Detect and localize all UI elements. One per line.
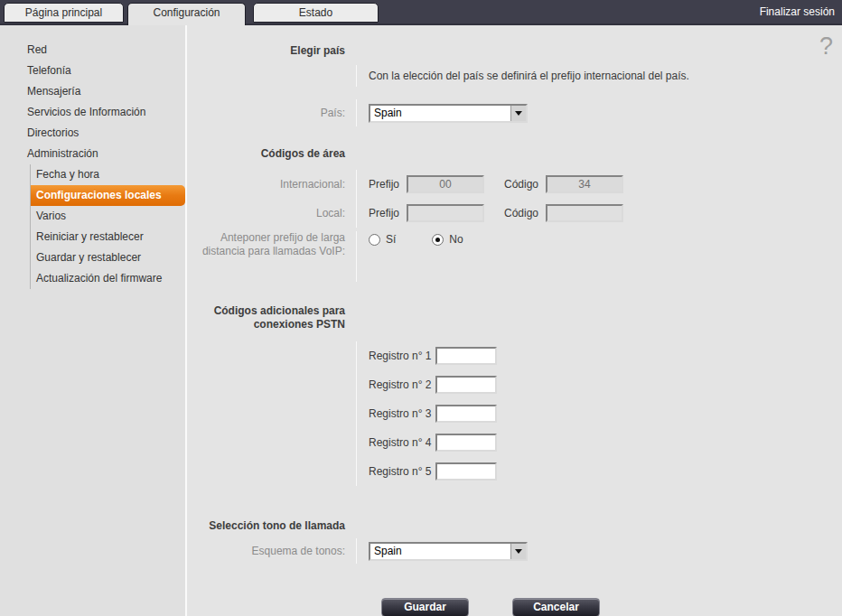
tab-estado[interactable]: Estado bbox=[253, 3, 379, 23]
registro-5-label: Registro n° 5 bbox=[369, 465, 432, 478]
local-label: Local: bbox=[187, 207, 356, 220]
chevron-down-icon[interactable] bbox=[510, 544, 526, 559]
radio-checked-icon[interactable] bbox=[432, 234, 444, 246]
radio-no-label: No bbox=[449, 233, 463, 246]
international-label: Internacional: bbox=[187, 178, 356, 191]
tab-pagina-principal[interactable]: Página principal bbox=[4, 3, 124, 23]
registro-5-input[interactable] bbox=[435, 462, 497, 481]
sidebar-item-fecha-y-hora[interactable]: Fecha y hora bbox=[31, 164, 185, 185]
radio-voip-no[interactable]: No bbox=[432, 233, 463, 246]
radio-si-label: Sí bbox=[386, 233, 396, 246]
intl-code-input bbox=[546, 175, 623, 193]
local-prefix-input[interactable] bbox=[407, 204, 484, 222]
cancel-button[interactable]: Cancelar bbox=[512, 598, 600, 616]
sidebar-item-reiniciar[interactable]: Reiniciar y restablecer bbox=[31, 227, 185, 247]
save-button[interactable]: Guardar bbox=[381, 598, 469, 616]
sidebar-item-actualizacion-firmware[interactable]: Actualización del firmware bbox=[31, 268, 185, 289]
intl-prefix-input bbox=[407, 175, 484, 193]
tab-configuracion[interactable]: Configuración bbox=[127, 3, 246, 25]
registro-2-input[interactable] bbox=[435, 376, 497, 394]
sidebar-item-red[interactable]: Red bbox=[0, 40, 185, 61]
top-tab-bar: Página principal Configuración Estado Fi… bbox=[0, 0, 842, 25]
country-select[interactable]: Spain bbox=[369, 104, 528, 123]
app-window: Página principal Configuración Estado Fi… bbox=[0, 0, 842, 616]
section-title-pstn: Códigos adicionales para conexiones PSTN bbox=[187, 304, 356, 331]
radio-voip-si[interactable]: Sí bbox=[369, 233, 396, 246]
registro-1-input[interactable] bbox=[435, 347, 497, 365]
radio-unchecked-icon[interactable] bbox=[369, 234, 380, 246]
sidebar-item-telefonia[interactable]: Telefonía bbox=[0, 61, 185, 81]
chevron-down-icon[interactable] bbox=[510, 106, 526, 121]
tone-scheme-label: Esquema de tonos: bbox=[187, 545, 356, 558]
help-icon[interactable]: ? bbox=[819, 34, 833, 58]
sidebar-item-servicios[interactable]: Servicios de Información bbox=[0, 102, 185, 123]
section-title-codigos-de-area: Códigos de área bbox=[187, 147, 356, 161]
sidebar-admin-submenu: Fecha y hora Configuraciones locales Var… bbox=[30, 164, 185, 289]
registro-1-label: Registro n° 1 bbox=[369, 350, 432, 362]
tone-scheme-select[interactable]: Spain bbox=[369, 542, 528, 561]
registro-4-input[interactable] bbox=[435, 434, 497, 452]
registro-3-label: Registro n° 3 bbox=[369, 407, 432, 420]
voip-prefix-label: Anteponer prefijo de larga distancia par… bbox=[187, 231, 356, 258]
registro-4-label: Registro n° 4 bbox=[369, 436, 432, 449]
section-title-tono-llamada: Selección tono de llamada bbox=[187, 519, 356, 533]
registro-2-label: Registro n° 2 bbox=[369, 378, 432, 391]
intl-code-label: Código bbox=[504, 178, 538, 191]
local-code-label: Código bbox=[504, 207, 538, 219]
sidebar-item-varios[interactable]: Varios bbox=[31, 206, 185, 227]
sidebar-item-guardar-restablecer[interactable]: Guardar y restablecer bbox=[31, 247, 185, 268]
sidebar-item-mensajeria[interactable]: Mensajería bbox=[0, 81, 185, 102]
section-title-elegir-pais: Elegir país bbox=[187, 44, 356, 58]
intl-prefix-label: Prefijo bbox=[369, 178, 399, 191]
logout-link[interactable]: Finalizar sesión bbox=[760, 5, 835, 18]
main-content: ? Elegir país Con la elección del país s… bbox=[187, 25, 842, 616]
local-prefix-label: Prefijo bbox=[369, 207, 399, 219]
country-label: País: bbox=[187, 107, 356, 120]
country-select-value: Spain bbox=[370, 106, 510, 121]
local-code-input[interactable] bbox=[546, 204, 623, 222]
tone-scheme-value: Spain bbox=[370, 544, 510, 559]
sidebar-item-administracion[interactable]: Administración bbox=[0, 144, 185, 164]
country-description: Con la elección del país se definirá el … bbox=[369, 70, 689, 82]
registro-3-input[interactable] bbox=[435, 405, 497, 423]
sidebar-item-configuraciones-locales[interactable]: Configuraciones locales bbox=[31, 185, 185, 206]
sidebar-item-directorios[interactable]: Directorios bbox=[0, 123, 185, 144]
sidebar-nav: Red Telefonía Mensajería Servicios de In… bbox=[0, 25, 187, 616]
